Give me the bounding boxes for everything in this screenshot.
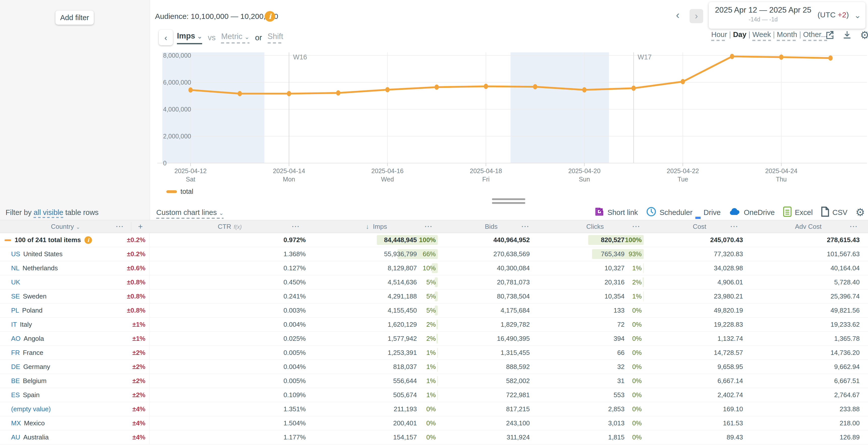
export-short-link[interactable]: Short link — [594, 207, 638, 218]
country-cell[interactable]: UK±0.8% — [0, 275, 150, 289]
country-code[interactable]: BE — [11, 377, 20, 385]
open-in-new-icon[interactable] — [824, 29, 835, 41]
country-cell[interactable]: 100 of 241 total itemsi±0.2% — [0, 233, 150, 247]
granularity-option-month[interactable]: Month — [777, 30, 797, 41]
column-header-adv_cost[interactable]: Adv Cost··· — [748, 220, 868, 233]
country-code[interactable]: ES — [11, 391, 20, 399]
chart-back-button[interactable]: ‹ — [159, 30, 173, 45]
country-cell[interactable]: SESweden±0.8% — [0, 289, 150, 303]
country-code[interactable]: UK — [11, 278, 20, 286]
column-header-cost[interactable]: Cost··· — [651, 220, 748, 233]
country-name[interactable]: Italy — [20, 321, 32, 329]
country-cell[interactable]: AUAustralia±4% — [0, 431, 150, 444]
country-name[interactable]: United States — [23, 250, 62, 258]
granularity-option-hour[interactable]: Hour — [711, 30, 727, 41]
table-row[interactable]: ITItaly±1%0.004%1,620,1292%1,829,782720%… — [0, 318, 868, 332]
export-drive[interactable]: Drive — [701, 208, 721, 217]
date-prev-button[interactable]: ‹ — [676, 9, 680, 21]
country-name[interactable]: Belgium — [23, 377, 46, 385]
data-point[interactable] — [434, 84, 439, 90]
date-next-button[interactable]: › — [689, 9, 703, 23]
country-code[interactable]: MX — [11, 419, 21, 427]
export-onedrive[interactable]: OneDrive — [728, 206, 775, 219]
country-column-menu-icon[interactable]: ··· — [116, 223, 124, 231]
column-menu-icon[interactable]: ··· — [522, 223, 529, 231]
chart-legend[interactable]: total — [166, 188, 193, 196]
country-cell[interactable]: USUnited States±0.2% — [0, 247, 150, 261]
data-point[interactable] — [287, 91, 291, 96]
country-code[interactable]: DE — [11, 363, 20, 371]
country-cell[interactable]: ESSpain±2% — [0, 388, 150, 402]
country-code[interactable]: US — [11, 250, 20, 258]
export-excel[interactable]: Excel — [783, 206, 813, 219]
column-menu-icon[interactable]: ··· — [425, 223, 433, 231]
table-row[interactable]: ESSpain±2%0.109%505,6741%722,9815530%2,4… — [0, 388, 868, 402]
column-menu-icon[interactable]: ··· — [850, 223, 858, 231]
column-header-ctr[interactable]: CTRf(x)··· — [150, 220, 310, 233]
audience-info-icon[interactable]: i — [265, 11, 275, 22]
country-name[interactable]: France — [23, 349, 43, 357]
download-icon[interactable] — [841, 29, 853, 41]
data-point[interactable] — [582, 87, 587, 92]
data-point[interactable] — [829, 56, 833, 61]
table-settings-button[interactable]: ⚙ — [856, 207, 865, 218]
country-code[interactable]: FR — [11, 349, 20, 357]
country-name[interactable]: Poland — [22, 307, 42, 314]
country-cell[interactable]: MXMexico±4% — [0, 416, 150, 430]
country-name[interactable]: Angola — [24, 335, 44, 343]
column-header-bids[interactable]: Bids··· — [443, 220, 539, 233]
all-visible-link[interactable]: all visible — [33, 208, 63, 218]
country-name[interactable]: Netherlands — [23, 264, 58, 272]
country-code[interactable]: IT — [11, 321, 17, 329]
table-row[interactable]: USUnited States±0.2%1.368%55,936,79966%2… — [0, 247, 868, 261]
export-csv[interactable]: CSV — [821, 206, 847, 219]
table-row[interactable]: DEGermany±2%0.004%818,0371%888,592320%9,… — [0, 360, 868, 374]
data-point[interactable] — [238, 91, 242, 96]
country-name[interactable]: Mexico — [24, 419, 44, 427]
metric-selected-dropdown[interactable]: Imps⌄ — [177, 31, 202, 44]
table-row[interactable]: AOAngola±1%0.025%1,577,9422%16,490,39539… — [0, 332, 868, 346]
timeseries-chart[interactable]: W16W172025-04-12Sat2025-04-14Mon2025-04-… — [150, 47, 868, 184]
column-header-imps[interactable]: ↓ Imps··· — [310, 220, 443, 233]
country-name[interactable]: (empty value) — [11, 405, 51, 413]
country-code[interactable]: PL — [11, 307, 19, 314]
table-row[interactable]: AUAustralia±4%1.177%154,1570%311,9241,81… — [0, 431, 868, 445]
country-code[interactable]: NL — [11, 264, 20, 272]
data-point[interactable] — [188, 87, 193, 93]
country-name[interactable]: Sweden — [23, 293, 46, 300]
compare-metric-dropdown[interactable]: Metric⌄ — [221, 32, 249, 43]
country-cell[interactable]: (empty value)±4% — [0, 402, 150, 416]
add-filter-button[interactable]: Add filter — [56, 10, 94, 25]
table-row[interactable]: BEBelgium±2%0.005%556,6441%582,002310%6,… — [0, 374, 868, 388]
table-total-row[interactable]: 100 of 241 total itemsi±0.2%0.972%84,448… — [0, 233, 868, 247]
country-cell[interactable]: ITItaly±1% — [0, 318, 150, 332]
data-point[interactable] — [484, 84, 488, 89]
custom-chart-lines-dropdown[interactable]: Custom chart lines⌄ — [156, 208, 223, 219]
add-column-button[interactable]: + — [131, 222, 150, 231]
column-header-clicks[interactable]: Clicks··· — [539, 220, 651, 233]
country-name[interactable]: Spain — [23, 391, 40, 399]
data-point[interactable] — [336, 90, 340, 96]
table-row[interactable]: SESweden±0.8%0.241%4,291,1885%80,738,504… — [0, 289, 868, 304]
column-menu-icon[interactable]: ··· — [731, 223, 739, 231]
country-cell[interactable]: PLPoland±0.8% — [0, 304, 150, 317]
info-icon[interactable]: i — [85, 236, 92, 244]
shift-button[interactable]: Shift — [268, 32, 283, 43]
table-row[interactable]: NLNetherlands±0.6%0.127%8,129,80710%40,3… — [0, 261, 868, 275]
country-cell[interactable]: FRFrance±2% — [0, 346, 150, 360]
table-row[interactable]: (empty value)±4%1.351%211,1930%817,2152,… — [0, 402, 868, 416]
country-code[interactable]: SE — [11, 293, 20, 300]
column-menu-icon[interactable]: ··· — [632, 223, 641, 231]
data-point[interactable] — [385, 87, 390, 92]
table-row[interactable]: UK±0.8%0.450%4,514,6365%20,781,07320,316… — [0, 275, 868, 289]
granularity-option-week[interactable]: Week — [752, 30, 771, 41]
data-point[interactable] — [779, 55, 783, 60]
country-cell[interactable]: NLNetherlands±0.6% — [0, 261, 150, 275]
country-cell[interactable]: AOAngola±1% — [0, 332, 150, 346]
country-code[interactable]: AO — [11, 335, 21, 343]
country-cell[interactable]: DEGermany±2% — [0, 360, 150, 374]
date-range-picker[interactable]: 2025 Apr 12 — 2025 Apr 25 -14d — -1d (UT… — [709, 2, 866, 29]
country-code[interactable]: AU — [11, 434, 20, 441]
data-point[interactable] — [730, 54, 734, 59]
export-scheduler[interactable]: Scheduler — [646, 206, 692, 219]
